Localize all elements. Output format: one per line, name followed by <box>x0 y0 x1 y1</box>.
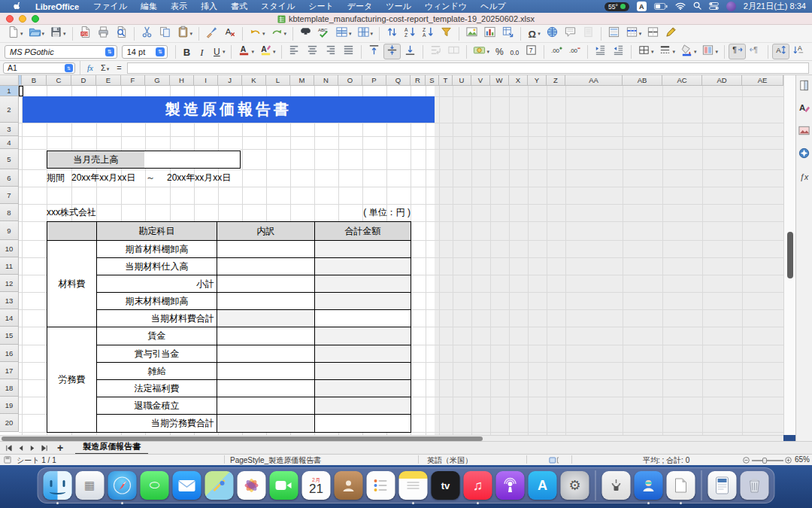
dock-notes-icon[interactable] <box>399 471 428 500</box>
select-sum-button[interactable]: Σ▾ <box>98 63 111 72</box>
horizontal-scrollbar[interactable] <box>0 435 783 441</box>
vertical-scrollbar-thumb[interactable] <box>787 232 793 278</box>
window-title-bar[interactable]: kbtemplate_manufacturing-cost-report_tem… <box>0 13 812 25</box>
insert-special-character-button[interactable]: Ω▾ <box>525 26 543 41</box>
cell-account-item[interactable]: 退職金積立 <box>96 397 217 415</box>
column-header-M[interactable]: M <box>290 75 314 86</box>
show-draw-functions-button[interactable] <box>662 26 680 41</box>
add-sheet-button[interactable]: + <box>51 442 69 454</box>
dock-libreoffice-icon[interactable] <box>667 471 695 500</box>
column-dropdown-icon[interactable]: ▾ <box>371 31 374 37</box>
left-to-right-button[interactable]: ¶ <box>729 44 746 59</box>
column-header-AA[interactable]: AA <box>565 75 623 86</box>
cell-total-amount[interactable] <box>314 327 411 345</box>
text-orientation-button[interactable]: A <box>772 44 789 59</box>
insert-chart-button[interactable] <box>481 26 498 41</box>
dock-finder-icon[interactable] <box>44 471 72 500</box>
zoom-slider-thumb[interactable] <box>762 458 767 464</box>
sidebar-styles-icon[interactable]: A <box>798 102 810 117</box>
open-button[interactable]: ▾ <box>26 26 47 41</box>
cell-account-item[interactable]: 賃金 <box>96 327 217 345</box>
background-color-button[interactable]: ▾ <box>678 44 699 59</box>
spreadsheet-grid[interactable]: BCDEFGHIJKLMNOPQRSTUVWXYZAAABACADAE12345… <box>0 75 783 435</box>
minimize-window-button[interactable] <box>19 15 26 23</box>
row-header-8[interactable]: 8 <box>0 204 19 221</box>
dock-launchpad-icon[interactable]: ▦ <box>76 471 105 500</box>
cell-period-tilde[interactable]: ～ <box>146 169 158 187</box>
bold-button[interactable]: B <box>180 44 194 59</box>
cell-breakdown[interactable] <box>217 327 315 345</box>
cell-account-item[interactable]: 期末材料棚卸高 <box>96 292 217 310</box>
selection-mode-icon[interactable] <box>549 457 559 465</box>
formula-input-line[interactable] <box>127 62 809 74</box>
font-name-dropdown-icon[interactable]: ⇅ <box>105 47 114 56</box>
column-header-F[interactable]: F <box>121 75 145 86</box>
new-document-button[interactable]: ▾ <box>5 26 26 41</box>
border-style-dropdown-icon[interactable]: ▾ <box>672 49 675 55</box>
sheet-position[interactable]: シート 1 / 1 <box>17 455 56 466</box>
row-header-2[interactable]: 2 <box>0 96 19 123</box>
menu-item-3[interactable]: 挿入 <box>194 1 224 12</box>
cell-account-item[interactable]: 当期労務費合計 <box>96 414 217 433</box>
redo-button[interactable]: ▾ <box>268 26 289 41</box>
add-decimal-place-button[interactable]: .00 <box>548 44 565 59</box>
align-center-button[interactable] <box>304 44 321 59</box>
battery-percent-widget[interactable]: 55° <box>604 2 629 11</box>
split-window-button[interactable] <box>644 26 662 41</box>
column-header-B[interactable]: B <box>22 75 47 86</box>
dock-trash-icon[interactable] <box>741 471 769 500</box>
dock-messages-icon[interactable]: ⬭ <box>141 471 169 500</box>
cell-cursor[interactable] <box>19 86 23 96</box>
cell-monthly-sales-label[interactable]: 当月売上高 <box>47 151 145 169</box>
right-to-left-button[interactable]: ¶ <box>747 44 764 59</box>
menu-item-1[interactable]: 編集 <box>134 1 164 12</box>
column-header-N[interactable]: N <box>314 75 338 86</box>
average-sum-info[interactable]: 平均: ; 合計: 0 <box>643 455 689 466</box>
column-header-E[interactable]: E <box>96 75 121 86</box>
cell-account-item[interactable]: 期首材料棚卸高 <box>96 240 217 258</box>
dock-maps-icon[interactable] <box>205 471 234 500</box>
page-style[interactable]: PageStyle_製造原価報告書 <box>230 455 321 466</box>
column-header-Z[interactable]: Z <box>547 75 565 86</box>
cell-breakdown[interactable] <box>217 345 315 363</box>
justified-button[interactable] <box>340 44 357 59</box>
cell-account-item[interactable]: 雑給 <box>96 362 217 380</box>
format-as-date-button[interactable]: 7 <box>523 44 540 59</box>
column-header-K[interactable]: K <box>242 75 266 86</box>
cell-total-amount[interactable] <box>314 379 411 397</box>
next-sheet-button[interactable] <box>27 443 38 453</box>
cell-total-amount[interactable] <box>314 397 411 415</box>
dock-photos-icon[interactable] <box>238 471 266 500</box>
cell-total-amount[interactable] <box>314 414 411 433</box>
print-button[interactable] <box>95 26 112 41</box>
insert-image-button[interactable] <box>463 26 480 41</box>
zoom-level[interactable]: 65% <box>795 455 810 464</box>
cell-total-amount[interactable] <box>314 292 411 310</box>
user-avatar-icon[interactable] <box>726 2 736 11</box>
table-header-breakdown[interactable]: 内訳 <box>217 221 315 241</box>
insert-comment-button[interactable] <box>562 26 579 41</box>
print-preview-button[interactable] <box>113 26 130 41</box>
background-color-dropdown-icon[interactable]: ▾ <box>694 49 697 55</box>
column-header-V[interactable]: V <box>471 75 490 86</box>
align-left-button[interactable] <box>286 44 303 59</box>
autofilter-button[interactable] <box>438 26 455 41</box>
menu-clock[interactable]: 2月21日(土) 8:34 <box>744 1 806 12</box>
cell-period-from[interactable]: 20xx年xx月xx日 <box>71 169 147 187</box>
sheet-tab[interactable]: 製造原価報告書 <box>75 441 148 455</box>
zoom-window-button[interactable] <box>32 15 39 23</box>
row-header-14[interactable]: 14 <box>0 309 19 327</box>
dock-music-icon[interactable]: ♫ <box>464 471 492 500</box>
format-as-currency-dropdown-icon[interactable]: ▾ <box>486 49 489 55</box>
cell-monthly-sales-value[interactable] <box>144 151 241 169</box>
font-color-dropdown-icon[interactable]: ▾ <box>251 49 254 55</box>
name-box[interactable]: A1⇅ <box>3 62 75 74</box>
font-size-dropdown-icon[interactable]: ⇅ <box>156 47 165 56</box>
close-window-button[interactable] <box>6 15 14 23</box>
column-header-C[interactable]: C <box>47 75 71 86</box>
delete-decimal-place-button[interactable]: .00 <box>566 44 583 59</box>
copy-button[interactable] <box>156 26 174 41</box>
dock-facetime-icon[interactable] <box>270 471 298 500</box>
underline-dropdown-icon[interactable]: ▾ <box>223 49 226 55</box>
cell-breakdown[interactable] <box>217 275 315 293</box>
